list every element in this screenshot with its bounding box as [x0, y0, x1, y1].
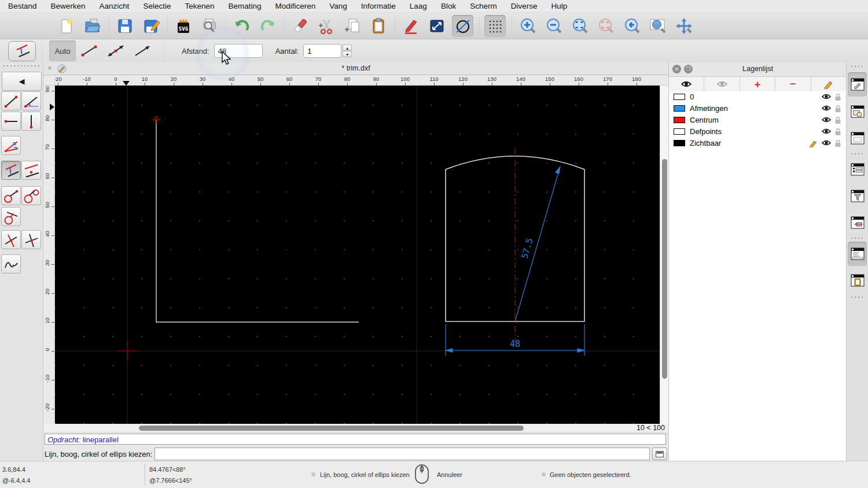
tool-line-horizontal[interactable]: [1, 112, 21, 131]
spinner-up-icon[interactable]: ▲: [343, 45, 352, 51]
menu-laag[interactable]: Laag: [410, 2, 427, 10]
dock-entity-list-button[interactable]: [848, 157, 867, 182]
layer-visibility-eye-icon[interactable]: [821, 105, 832, 113]
remove-layer-button[interactable]: −: [775, 77, 811, 91]
spinner-down-icon[interactable]: ▼: [343, 51, 352, 57]
menu-scherm[interactable]: Scherm: [470, 2, 497, 10]
menu-bemating[interactable]: Bemating: [228, 2, 261, 10]
dock-command-options-button[interactable]: [848, 210, 867, 235]
vertical-scrollbar-thumb[interactable]: [662, 159, 667, 379]
layer-lock-icon[interactable]: [834, 93, 841, 103]
zoom-back-button[interactable]: [621, 15, 642, 37]
layer-lock-icon[interactable]: [834, 128, 841, 138]
svg-export-button[interactable]: SVG: [172, 15, 194, 37]
tool-line-relative-angle[interactable]: [1, 230, 21, 249]
layer-lock-icon[interactable]: [834, 139, 841, 149]
zoom-window-button[interactable]: [647, 15, 668, 37]
drawing-canvas[interactable]: 48 57.5: [55, 86, 660, 424]
dock-layer-list-button[interactable]: [848, 72, 867, 97]
snap-endpoints-button[interactable]: [76, 40, 102, 61]
save-as-button[interactable]: [140, 15, 161, 37]
layer-lock-icon[interactable]: [834, 105, 841, 114]
zoom-in-button[interactable]: [517, 15, 538, 37]
grid-toggle-button[interactable]: [484, 15, 506, 37]
layer-row-zichtbaar[interactable]: Zichtbaar: [669, 138, 847, 149]
tool-line-tangent-point-circle[interactable]: [1, 186, 21, 205]
redo-button[interactable]: [257, 15, 278, 37]
menu-tekenen[interactable]: Tekenen: [185, 2, 214, 10]
snap-middle-button[interactable]: [102, 40, 129, 61]
menu-modificeren[interactable]: Modificeren: [275, 2, 316, 10]
menu-vang[interactable]: Vang: [329, 2, 347, 10]
menu-hulp[interactable]: Hulp: [551, 2, 567, 10]
layer-visibility-eye-icon[interactable]: [821, 128, 832, 136]
menu-selectie[interactable]: Selectie: [143, 2, 171, 10]
menu-blok[interactable]: Blok: [441, 2, 456, 10]
horizontal-scrollbar[interactable]: 10 < 100: [43, 424, 668, 432]
snap-free-button[interactable]: [129, 40, 156, 61]
layer-visibility-eye-icon[interactable]: [821, 139, 832, 148]
command-input[interactable]: [155, 448, 650, 460]
count-spinner[interactable]: ▲▼: [343, 45, 352, 57]
horizontal-scrollbar-thumb[interactable]: [139, 426, 524, 431]
zoom-previous-button[interactable]: [595, 15, 616, 37]
command-keyboard-button[interactable]: [652, 448, 667, 460]
edit-layer-button[interactable]: [811, 77, 847, 91]
vertical-scrollbar[interactable]: [660, 86, 668, 424]
dock-command-line-button[interactable]: [848, 242, 867, 266]
menu-diverse[interactable]: Diverse: [511, 2, 538, 10]
open-file-button[interactable]: [82, 15, 103, 37]
distance-input[interactable]: [214, 44, 263, 58]
layer-lock-icon[interactable]: [834, 116, 841, 126]
auto-snap-button[interactable]: Auto: [49, 40, 76, 61]
tool-line-vertical[interactable]: [21, 112, 41, 131]
selection-scale-button[interactable]: [426, 15, 447, 37]
layer-row-centrum[interactable]: Centrum: [669, 114, 847, 126]
dock-clipboard-button[interactable]: [848, 268, 867, 293]
dock-drag-handle[interactable]: [850, 296, 865, 298]
copy-button[interactable]: [341, 15, 363, 37]
layer-color-swatch[interactable]: [674, 128, 685, 135]
undo-button[interactable]: [231, 15, 252, 37]
dock-library-browser-button[interactable]: [848, 126, 867, 150]
dock-selection-filter-button[interactable]: [848, 184, 867, 208]
palette-drag-handle[interactable]: [2, 65, 39, 67]
hide-all-layers-button[interactable]: [704, 77, 740, 91]
delete-button[interactable]: [289, 15, 311, 37]
cut-button[interactable]: [315, 15, 337, 37]
pan-button[interactable]: [673, 15, 694, 37]
dock-drag-handle[interactable]: [850, 65, 865, 68]
add-layer-button[interactable]: ＋: [740, 77, 775, 91]
layer-row-defpoints[interactable]: Defpoints: [669, 126, 847, 138]
menu-bewerken[interactable]: Bewerken: [51, 2, 86, 10]
layer-color-swatch[interactable]: [674, 140, 685, 146]
draft-mode-button[interactable]: [452, 15, 473, 37]
tool-line-tangent-orthogonal[interactable]: [1, 207, 21, 226]
menu-informatie[interactable]: Informatie: [361, 2, 396, 10]
pen-attributes-button[interactable]: [400, 15, 421, 37]
tool-line-parallel-through-point[interactable]: [21, 161, 41, 180]
current-tool-button[interactable]: [8, 41, 36, 61]
tool-line-two-points[interactable]: [1, 91, 21, 110]
dock-block-list-button[interactable]: [848, 99, 867, 124]
tool-line-angle[interactable]: [21, 91, 41, 110]
zoom-auto-button[interactable]: [569, 15, 590, 37]
zoom-out-button[interactable]: [543, 15, 564, 37]
print-preview-button[interactable]: [198, 15, 220, 37]
layer-color-swatch[interactable]: [674, 94, 685, 100]
show-all-layers-button[interactable]: [669, 77, 704, 91]
tool-line-tangent-two-circles[interactable]: [21, 186, 41, 205]
layer-visibility-eye-icon[interactable]: [821, 116, 832, 125]
layer-color-swatch[interactable]: [674, 105, 685, 112]
tool-line-parallel[interactable]: [1, 161, 21, 180]
tool-line-freehand[interactable]: [1, 254, 21, 273]
tool-line-orthogonal[interactable]: [21, 230, 41, 249]
menu-aanzicht[interactable]: Aanzicht: [100, 2, 130, 10]
palette-back-button[interactable]: ◀: [2, 72, 42, 91]
paste-button[interactable]: [367, 15, 389, 37]
layer-color-swatch[interactable]: [674, 117, 685, 123]
layer-row-0[interactable]: 0: [669, 91, 847, 103]
layer-visibility-eye-icon[interactable]: [821, 93, 832, 102]
layer-row-afmetingen[interactable]: Afmetingen: [669, 103, 847, 114]
menu-bestand[interactable]: Bestand: [8, 2, 37, 10]
